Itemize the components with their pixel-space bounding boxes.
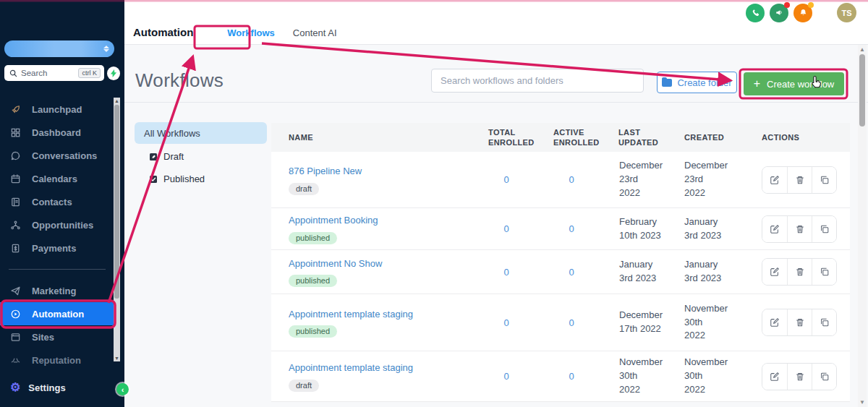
phone-icon bbox=[751, 8, 760, 17]
sidebar-item-label: Reputation bbox=[32, 355, 81, 366]
column-header-total-enrolled: TOTAL ENROLLED bbox=[474, 127, 533, 148]
copy-button[interactable] bbox=[812, 167, 836, 193]
folder-label: Draft bbox=[163, 151, 184, 162]
create-workflow-label: Create workflow bbox=[767, 79, 834, 90]
notification-dot bbox=[808, 2, 814, 8]
sidebar-item-label: Sites bbox=[32, 332, 54, 343]
tab-content-ai[interactable]: Content AI bbox=[293, 27, 337, 38]
active-enrolled-value[interactable]: 0 bbox=[539, 267, 604, 278]
create-folder-button[interactable]: Create folder bbox=[657, 72, 737, 93]
edit-button[interactable] bbox=[762, 309, 787, 335]
active-enrolled-value[interactable]: 0 bbox=[539, 317, 604, 328]
contacts-icon bbox=[9, 196, 22, 208]
sidebar-item-reputation[interactable]: Reputation bbox=[0, 348, 114, 366]
total-enrolled-value[interactable]: 0 bbox=[474, 371, 539, 382]
phone-button[interactable] bbox=[746, 4, 765, 22]
edit-button[interactable] bbox=[762, 364, 787, 390]
sidebar-item-label: Payments bbox=[32, 243, 76, 254]
sidebar-scrollbar-thumb[interactable] bbox=[114, 105, 119, 299]
column-header-name: NAME bbox=[271, 133, 474, 142]
delete-button[interactable] bbox=[787, 259, 812, 285]
quick-actions-button[interactable] bbox=[107, 67, 120, 80]
folder-label: All Workflows bbox=[144, 128, 200, 139]
sidebar-item-automation[interactable]: Automation bbox=[0, 302, 114, 325]
lightning-icon bbox=[110, 69, 117, 77]
scroll-up-icon[interactable]: ▲ bbox=[114, 98, 120, 104]
opportunities-icon bbox=[9, 219, 22, 231]
workflow-link[interactable]: Appointment No Show bbox=[289, 258, 382, 270]
folder-item-published[interactable]: Published bbox=[149, 173, 205, 184]
workflow-link[interactable]: Appointment Booking bbox=[289, 215, 378, 226]
workflow-search-input[interactable] bbox=[431, 69, 644, 93]
total-enrolled-value[interactable]: 0 bbox=[474, 223, 539, 234]
sidebar-item-label: Opportunities bbox=[32, 220, 93, 231]
sidebar-item-calendars[interactable]: Calendars bbox=[0, 167, 114, 190]
delete-button[interactable] bbox=[787, 309, 812, 335]
last-updated-value: December 23rd 2022 bbox=[604, 159, 669, 200]
chevron-updown-icon bbox=[103, 46, 109, 52]
sidebar-collapse-button[interactable]: ‹ bbox=[116, 383, 129, 395]
column-header-last-updated: LAST UPDATED bbox=[604, 127, 663, 148]
status-badge: draft bbox=[289, 183, 319, 195]
sidebar-item-marketing[interactable]: Marketing bbox=[0, 279, 114, 302]
sidebar-item-sites[interactable]: Sites bbox=[0, 325, 114, 348]
total-enrolled-value[interactable]: 0 bbox=[474, 317, 539, 328]
active-enrolled-value[interactable]: 0 bbox=[539, 223, 604, 234]
scroll-down-icon[interactable]: ▼ bbox=[114, 355, 120, 361]
delete-button[interactable] bbox=[787, 364, 812, 390]
sidebar-item-payments[interactable]: Payments bbox=[0, 236, 114, 260]
create-workflow-button[interactable]: + Create workflow bbox=[744, 72, 844, 95]
copy-button[interactable] bbox=[812, 364, 836, 390]
sidebar-item-label: Contacts bbox=[32, 197, 72, 207]
copy-button[interactable] bbox=[812, 216, 836, 242]
table-row: Appointment template staging published 0… bbox=[271, 294, 850, 351]
sidebar-item-settings[interactable]: ⚙ Settings bbox=[10, 382, 66, 393]
grid-icon bbox=[9, 127, 22, 139]
edit-button[interactable] bbox=[762, 167, 787, 193]
rocket-icon bbox=[9, 103, 22, 116]
divider bbox=[124, 102, 868, 103]
top-header: Automation Workflows Content AI TS bbox=[124, 0, 868, 45]
delete-button[interactable] bbox=[787, 167, 812, 193]
page-scrollbar[interactable]: ▲ ▼ bbox=[858, 45, 867, 407]
copy-button[interactable] bbox=[812, 259, 836, 285]
workflows-table: NAME TOTAL ENROLLED ACTIVE ENROLLED LAST… bbox=[271, 123, 850, 402]
edit-button[interactable] bbox=[762, 216, 787, 242]
total-enrolled-value[interactable]: 0 bbox=[474, 267, 539, 278]
gear-icon: ⚙ bbox=[10, 382, 20, 393]
account-switcher[interactable] bbox=[4, 40, 114, 57]
scroll-up-icon[interactable]: ▲ bbox=[858, 46, 867, 53]
sidebar-item-dashboard[interactable]: Dashboard bbox=[0, 121, 114, 144]
sidebar-item-contacts[interactable]: Contacts bbox=[0, 190, 114, 213]
sidebar-item-opportunities[interactable]: Opportunities bbox=[0, 213, 114, 236]
page-scrollbar-thumb[interactable] bbox=[859, 54, 865, 127]
edit-button[interactable] bbox=[762, 259, 787, 285]
sidebar-scrollbar[interactable]: ▲ ▼ bbox=[114, 98, 120, 361]
sidebar-item-conversations[interactable]: Conversations bbox=[0, 144, 114, 167]
workflow-link[interactable]: 876 Pipeline New bbox=[289, 166, 362, 177]
tab-workflows[interactable]: Workflows bbox=[227, 27, 275, 38]
sidebar-item-label: Dashboard bbox=[32, 127, 81, 138]
total-enrolled-value[interactable]: 0 bbox=[474, 174, 539, 185]
folder-item-all-workflows[interactable]: All Workflows bbox=[135, 122, 267, 144]
sidebar-item-label: Calendars bbox=[32, 173, 77, 184]
published-icon bbox=[149, 175, 158, 184]
announcements-button[interactable] bbox=[770, 4, 788, 22]
sidebar-nav: Launchpad Dashboard Conversations Calend… bbox=[0, 98, 114, 366]
sidebar-item-label: Launchpad bbox=[32, 104, 82, 115]
copy-button[interactable] bbox=[812, 309, 836, 335]
active-enrolled-value[interactable]: 0 bbox=[539, 174, 604, 185]
sidebar-divider bbox=[9, 269, 106, 270]
scroll-down-icon[interactable]: ▼ bbox=[858, 399, 867, 406]
active-enrolled-value[interactable]: 0 bbox=[539, 371, 604, 382]
search-icon bbox=[9, 69, 17, 77]
avatar[interactable]: TS bbox=[837, 3, 856, 22]
folder-item-draft[interactable]: Draft bbox=[149, 151, 184, 162]
delete-button[interactable] bbox=[787, 216, 812, 242]
sidebar-item-launchpad[interactable]: Launchpad bbox=[0, 98, 114, 121]
sidebar-item-label: Marketing bbox=[32, 286, 76, 296]
workflow-link[interactable]: Appointment template staging bbox=[289, 309, 413, 320]
workflow-link[interactable]: Appointment template staging bbox=[289, 362, 413, 374]
notifications-button[interactable] bbox=[793, 4, 812, 22]
sidebar-search-input[interactable]: Search ctrl K bbox=[4, 65, 104, 81]
